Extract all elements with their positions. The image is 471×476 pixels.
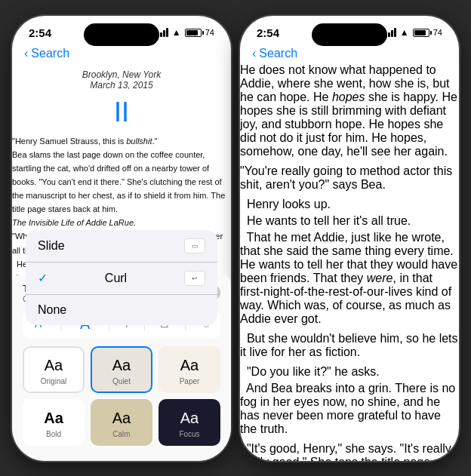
option-none-label: None xyxy=(38,303,66,317)
theme-calm[interactable]: Aa Calm xyxy=(91,399,152,446)
battery-label-left: 74 xyxy=(205,28,214,37)
theme-quiet-label: Quiet xyxy=(112,377,131,385)
time-right: 2:54 xyxy=(257,26,279,39)
option-slide-label: Slide xyxy=(38,239,65,253)
phone-left: 2:54 ▲ 74 ‹ Search B xyxy=(12,16,231,461)
theme-original-text: Aa xyxy=(45,357,63,374)
theme-original-label: Original xyxy=(41,377,66,385)
main-container: 2:54 ▲ 74 ‹ Search B xyxy=(0,0,471,476)
dynamic-island-right xyxy=(312,23,387,46)
chevron-left-icon-right: ‹ xyxy=(252,47,256,60)
theme-focus[interactable]: Aa Focus xyxy=(159,399,220,446)
book-location: Brooklyn, New York March 13, 2015 xyxy=(12,63,231,94)
theme-paper-label: Paper xyxy=(180,377,200,385)
theme-quiet[interactable]: Aa Quiet xyxy=(91,346,152,393)
status-icons-left: ▲ 74 xyxy=(157,27,214,38)
option-slide[interactable]: Slide ▭ xyxy=(26,230,217,263)
slide-preview-icon: ▭ xyxy=(184,238,205,253)
theme-focus-label: Focus xyxy=(179,430,199,438)
chapter-number: II xyxy=(12,97,231,128)
option-curl-label: Curl xyxy=(105,272,127,285)
wifi-icon-right: ▲ xyxy=(400,27,409,38)
option-none[interactable]: None xyxy=(26,295,217,325)
checkmark-icon: ✓ xyxy=(38,271,48,285)
curl-preview-icon: ↩ xyxy=(184,271,205,286)
time-left: 2:54 xyxy=(29,26,51,39)
theme-focus-text: Aa xyxy=(180,410,199,427)
theme-bold-text: Aa xyxy=(44,410,63,427)
battery-label-right: 74 xyxy=(433,28,442,37)
battery-icon-right xyxy=(413,29,429,37)
theme-bold-label: Bold xyxy=(46,430,61,438)
status-icons-right: ▲ 74 xyxy=(385,27,442,38)
page-turn-options: Slide ▭ ✓ Curl ↩ None xyxy=(26,230,217,325)
theme-quiet-text: Aa xyxy=(112,357,131,374)
option-curl[interactable]: ✓ Curl ↩ xyxy=(26,263,217,295)
theme-paper[interactable]: Aa Paper xyxy=(159,346,220,393)
reader-content-right: He does not know what happened to Addie,… xyxy=(240,63,459,461)
theme-bold[interactable]: Aa Bold xyxy=(23,399,85,446)
wifi-icon: ▲ xyxy=(172,27,181,38)
battery-icon xyxy=(185,29,202,37)
phone-right: 2:54 ▲ 74 ‹ Search He does no xyxy=(240,16,459,461)
theme-paper-text: Aa xyxy=(180,357,199,374)
theme-calm-text: Aa xyxy=(112,410,131,427)
chevron-left-icon: ‹ xyxy=(24,47,28,60)
theme-calm-label: Calm xyxy=(112,430,130,438)
theme-cards: Aa Original Aa Quiet Aa Paper Aa Bold Aa xyxy=(23,346,220,446)
theme-original[interactable]: Aa Original xyxy=(23,346,85,393)
dynamic-island xyxy=(84,23,159,46)
